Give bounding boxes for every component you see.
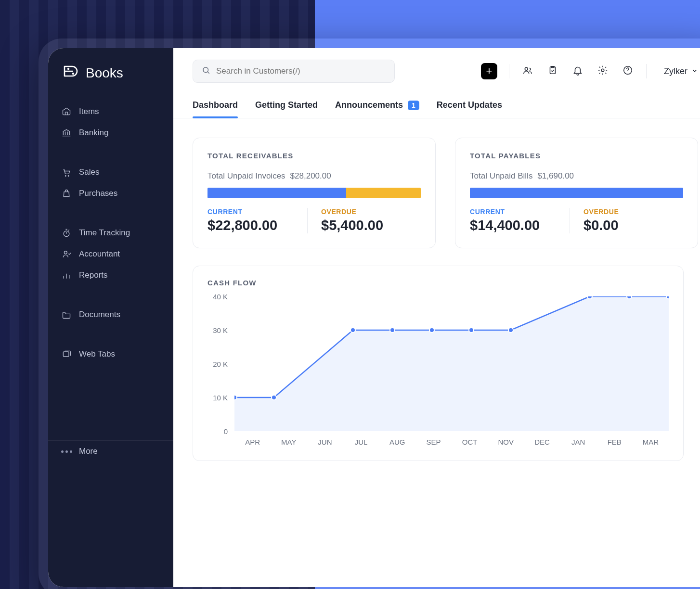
refer-button[interactable] — [521, 64, 534, 78]
y-tick-label: 10 K — [213, 394, 228, 402]
chart-area — [234, 296, 669, 431]
books-logo-icon — [62, 64, 79, 83]
sidebar-item-label: Web Tabs — [79, 349, 115, 359]
x-tick-label: JUL — [343, 438, 379, 446]
org-name: Zylker — [664, 66, 687, 77]
nav-group-5: Web Tabs — [48, 339, 173, 370]
progress-overdue — [346, 188, 421, 198]
sidebar-item-label: Accountant — [79, 249, 120, 259]
nav-group-1: Items Banking — [48, 96, 173, 148]
tab-announcements[interactable]: Announcements 1 — [335, 95, 419, 118]
sidebar-item-label: Time Tracking — [79, 228, 130, 238]
sidebar-item-label: More — [79, 447, 98, 456]
card-subtitle: Total Unpaid Invoices $28,200.00 — [207, 171, 421, 181]
current-label: CURRENT — [207, 208, 298, 216]
svg-point-0 — [67, 68, 69, 70]
clipboard-icon — [547, 65, 558, 77]
card-total-payables: TOTAL PAYABLES Total Unpaid Bills $1,690… — [455, 138, 698, 248]
sidebar-item-accountant[interactable]: Accountant — [48, 243, 173, 265]
sidebar-item-reports[interactable]: Reports — [48, 265, 173, 286]
sidebar-item-items[interactable]: Items — [48, 101, 173, 122]
sidebar-item-banking[interactable]: Banking — [48, 122, 173, 143]
users-icon — [522, 65, 533, 77]
cash-flow-chart: 010 K20 K30 K40 K APRMAYJUNJULAUGSEPOCTN… — [207, 296, 669, 446]
nav-group-2: Sales Purchases — [48, 157, 173, 209]
svg-point-8 — [601, 69, 604, 72]
progress-current — [207, 188, 346, 198]
barchart-icon — [62, 270, 71, 280]
tabs-icon — [62, 349, 71, 359]
card-title: CASH FLOW — [207, 279, 669, 287]
tab-label: Announcements — [335, 100, 403, 110]
current-value: $22,800.00 — [207, 218, 298, 233]
tab-label: Getting Started — [255, 100, 318, 110]
sidebar-item-label: Documents — [79, 310, 120, 320]
search-input[interactable] — [216, 66, 386, 76]
card-title: TOTAL RECEIVABLES — [207, 152, 421, 160]
tab-label: Dashboard — [193, 100, 238, 110]
current-label: CURRENT — [470, 208, 560, 216]
svg-point-5 — [203, 67, 208, 73]
x-tick-label: DEC — [524, 438, 560, 446]
sidebar-item-documents[interactable]: Documents — [48, 304, 173, 325]
subtitle-value: $28,200.00 — [290, 171, 331, 181]
tab-getting-started[interactable]: Getting Started — [255, 95, 318, 118]
gear-icon — [597, 65, 608, 77]
topbar: + Zylker — [173, 48, 700, 92]
x-tick-label: NOV — [488, 438, 524, 446]
card-title: TOTAL PAYABLES — [470, 152, 683, 160]
svg-point-12 — [350, 328, 355, 333]
app-name: Books — [86, 65, 123, 81]
sidebar: Books Items Banking Sales — [48, 48, 173, 587]
device-frame: Books Items Banking Sales — [39, 38, 700, 589]
tab-dashboard[interactable]: Dashboard — [193, 95, 238, 118]
x-tick-label: JUN — [307, 438, 343, 446]
bank-icon — [62, 128, 71, 138]
y-tick-label: 30 K — [213, 326, 228, 334]
main-area: + Zylker — [173, 48, 700, 587]
bag-icon — [62, 189, 71, 198]
y-tick-label: 40 K — [213, 293, 228, 301]
card-subtitle: Total Unpaid Bills $1,690.00 — [470, 171, 683, 181]
svg-point-2 — [64, 231, 69, 237]
sidebar-item-label: Banking — [79, 128, 108, 138]
tasks-button[interactable] — [546, 64, 559, 78]
tab-recent-updates[interactable]: Recent Updates — [437, 95, 502, 118]
sidebar-item-more[interactable]: More — [48, 441, 173, 462]
search-box[interactable] — [193, 60, 395, 83]
dashboard-content: TOTAL RECEIVABLES Total Unpaid Invoices … — [173, 118, 700, 461]
sidebar-item-label: Sales — [79, 167, 100, 177]
nav-group-4: Documents — [48, 299, 173, 330]
help-button[interactable] — [621, 64, 635, 78]
more-dots-icon — [62, 447, 71, 456]
sidebar-item-purchases[interactable]: Purchases — [48, 183, 173, 204]
svg-point-10 — [234, 395, 237, 400]
current-value: $14,400.00 — [470, 218, 560, 233]
svg-point-3 — [64, 251, 67, 254]
receivables-current: CURRENT $22,800.00 — [207, 208, 307, 233]
sidebar-item-web-tabs[interactable]: Web Tabs — [48, 344, 173, 365]
sidebar-item-sales[interactable]: Sales — [48, 162, 173, 183]
notifications-button[interactable] — [571, 64, 584, 78]
tag-icon — [62, 107, 71, 116]
search-icon — [202, 66, 210, 77]
stopwatch-icon — [62, 228, 71, 238]
svg-rect-4 — [63, 352, 69, 357]
org-switcher[interactable]: Zylker — [658, 66, 698, 77]
sidebar-item-time-tracking[interactable]: Time Tracking — [48, 222, 173, 243]
settings-button[interactable] — [596, 64, 609, 78]
card-cash-flow: CASH FLOW 010 K20 K30 K40 K APRMAYJUNJUL… — [193, 266, 684, 461]
divider — [646, 64, 647, 78]
nav-group-3: Time Tracking Accountant Reports — [48, 218, 173, 291]
folder-icon — [62, 310, 71, 320]
app-logo[interactable]: Books — [48, 64, 173, 96]
quick-add-button[interactable]: + — [481, 63, 497, 79]
svg-point-6 — [525, 67, 528, 70]
help-icon — [622, 65, 633, 77]
svg-point-11 — [272, 395, 276, 400]
payables-progress — [470, 188, 683, 198]
subtitle-label: Total Unpaid Bills — [470, 171, 532, 181]
x-tick-label: FEB — [596, 438, 633, 446]
nav-divider — [48, 291, 173, 299]
divider — [509, 64, 509, 78]
